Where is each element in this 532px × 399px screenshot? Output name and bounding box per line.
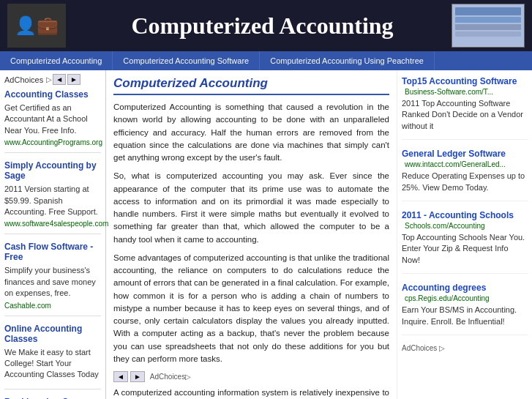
logo-icon: 👤💼 [15, 15, 59, 36]
sidebar-cash-flow-url: Cashable.com [4, 302, 101, 310]
right-ad-accounting-schools: 2011 - Accounting Schools Schools.com/Ac… [402, 210, 528, 274]
right-ad-accounting-schools-title[interactable]: 2011 - Accounting Schools [402, 210, 514, 220]
sidebar: AdChoices ▷ ◄ ► Accounting Classes Get C… [0, 70, 106, 399]
right-ad-choices-icon: ▷ [439, 344, 445, 352]
sidebar-accounting-classes-body: Get Certified as an Accountant At a Scho… [4, 102, 101, 136]
sidebar-cash-flow-body: Simplify your business's finances and sa… [4, 265, 101, 299]
main-layout: AdChoices ▷ ◄ ► Accounting Classes Get C… [0, 70, 532, 399]
sidebar-simply-accounting-url: www.software4salespeople.com [4, 220, 101, 228]
right-ad-top15-url: Business-Software.com/T... [405, 88, 493, 96]
content-para-1: Computerized Accounting is something tha… [113, 101, 389, 164]
content-para-3: Some advantages of computerized accounti… [113, 252, 389, 365]
right-ad-top15: Top15 Accounting Software Business-Softw… [402, 76, 528, 140]
right-ad-choices-label: AdChoices [402, 344, 437, 352]
right-ad-accounting-degrees-title[interactable]: Accounting degrees [402, 283, 486, 293]
content-ad-choices-label: AdChoices [150, 373, 185, 381]
sidebar-simply-accounting-body: 2011 Version starting at $59.99. Spanish… [4, 184, 101, 217]
right-ad-general-ledger-title[interactable]: General Ledger Software [402, 149, 506, 159]
nav-item-software[interactable]: Computerized Accounting Software [113, 51, 260, 70]
sidebar-cash-flow-title[interactable]: Cash Flow Software - Free [4, 242, 101, 262]
right-ad-top15-title[interactable]: Top15 Accounting Software [402, 76, 517, 86]
header-screenshot-img [452, 4, 525, 48]
right-ad-accounting-degrees-url: cps.Regis.edu/Accounting [405, 294, 490, 302]
content-nav-arrows: ◄ ► AdChoices ▷ [113, 371, 389, 382]
sidebar-online-accounting-title[interactable]: Online Accounting Classes [4, 324, 101, 344]
right-ad-general-ledger: General Ledger Software www.intacct.com/… [402, 149, 528, 201]
ad-choices-icon: ▷ [46, 75, 52, 83]
right-ad-top15-body: 2011 Top Accounting Software Ranked Don'… [402, 98, 528, 132]
content-next-btn[interactable]: ► [130, 371, 145, 382]
right-ad-general-ledger-body: Reduce Operating Expenses up to 25%. Vie… [402, 171, 528, 193]
ad-choices-bar: AdChoices ▷ ◄ ► [4, 74, 101, 85]
right-ad-accounting-schools-body: Top Accounting Schools Near You. Enter Y… [402, 232, 528, 266]
sidebar-online-accounting-body: We Make it easy to start College! Start … [4, 347, 101, 381]
main-content: Computerized Accounting Computerized Acc… [106, 70, 397, 399]
content-para-2: So, what is computerized accounting you … [113, 170, 389, 246]
sidebar-accounting-classes-title[interactable]: Accounting Classes [4, 89, 101, 100]
navbar: Computerized Accounting Computerized Acc… [0, 51, 532, 70]
sidebar-simply-accounting-title[interactable]: Simply Accounting by Sage [4, 160, 101, 181]
sidebar-prev-btn[interactable]: ◄ [53, 74, 66, 85]
header-logo: 👤💼 [7, 4, 66, 48]
ad-choices-label: AdChoices [4, 75, 43, 84]
sidebar-accounting-classes-url: www.AccountingPrograms.org [4, 138, 101, 146]
nav-item-computerized-accounting[interactable]: Computerized Accounting [0, 51, 113, 70]
content-title: Computerized Accounting [113, 76, 389, 95]
header-title-area: Computerized Accounting [73, 12, 452, 40]
sidebar-section-cash-flow: Cash Flow Software - Free Simplify your … [4, 242, 101, 316]
sidebar-section-accounting-classes: Accounting Classes Get Certified as an A… [4, 89, 101, 153]
right-ad-accounting-degrees: Accounting degrees cps.Regis.edu/Account… [402, 283, 528, 335]
sidebar-next-btn[interactable]: ► [67, 74, 80, 85]
sidebar-section-online-accounting: Online Accounting Classes We Make it eas… [4, 324, 101, 389]
nav-item-peachtree[interactable]: Computerized Accounting Using Peachtree [260, 51, 435, 70]
sidebar-section-simply-accounting: Simply Accounting by Sage 2011 Version s… [4, 160, 101, 234]
right-ad-accounting-degrees-body: Earn Your BS/MS in Accounting. Inquire. … [402, 305, 528, 327]
site-title: Computerized Accounting [131, 12, 393, 40]
content-para-4: A computerized accounting information sy… [113, 387, 389, 399]
right-ad-choices-bar: AdChoices ▷ [402, 344, 528, 352]
content-prev-btn[interactable]: ◄ [113, 371, 128, 382]
right-ads: Top15 Accounting Software Business-Softw… [397, 70, 532, 399]
content-ad-choices-icon: ▷ [185, 373, 191, 381]
header: 👤💼 Computerized Accounting [0, 0, 532, 51]
right-ad-general-ledger-url: www.intacct.com/GeneralLed... [405, 160, 506, 168]
right-ad-accounting-schools-url: Schools.com/Accounting [405, 222, 485, 230]
